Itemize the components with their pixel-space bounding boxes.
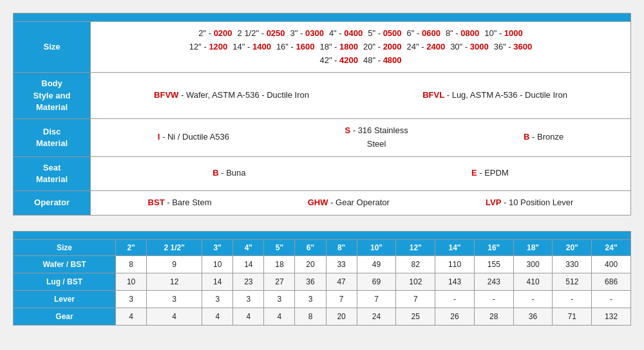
shipping-cell-3-7: 24 [357, 308, 396, 325]
size-item: 20" - 2000 [363, 41, 402, 54]
shipping-cell-3-13: 132 [592, 308, 631, 325]
butterfly-option-table: Size 2" - 0200 2 1/2" - 0250 3" - 0300 4… [13, 13, 631, 216]
shipping-cell-0-8: 82 [396, 255, 435, 273]
shipping-row-label-0: Wafer / BST [14, 255, 116, 273]
shipping-cell-1-8: 102 [396, 273, 435, 290]
shipping-cell-0-10: 155 [474, 255, 513, 273]
shipping-cell-1-10: 243 [474, 273, 513, 290]
shipping-cell-1-13: 686 [592, 273, 631, 290]
size-content: 2" - 0200 2 1/2" - 0250 3" - 0300 4" - 0… [91, 22, 631, 73]
shipping-cell-0-1: 9 [147, 255, 202, 273]
col-header-16in: 16" [474, 239, 513, 255]
shipping-cell-2-6: 7 [326, 290, 357, 308]
shipping-cell-2-2: 3 [202, 290, 233, 308]
operator-option-1: BST - Bare Stem [148, 196, 212, 210]
disc-option-3: B - Bronze [524, 131, 564, 144]
shipping-cell-2-4: 3 [264, 290, 295, 308]
size-label: Size [14, 22, 91, 73]
disc-option-2: S - 316 StainlessSteel [345, 124, 408, 151]
shipping-row-3: Gear44444820242526283671132 [14, 308, 631, 325]
col-header-2in: 2" [116, 239, 147, 255]
shipping-cell-2-1: 3 [147, 290, 202, 308]
col-header-20in: 20" [553, 239, 592, 255]
shipping-cell-2-7: 7 [357, 290, 396, 308]
seat-option-2: E - EPDM [471, 167, 509, 180]
size-item: 42" - 4200 [319, 54, 358, 68]
col-header-18in: 18" [513, 239, 553, 255]
operator-row: Operator BST - Bare Stem GHW - Gear Oper… [14, 190, 631, 215]
size-item: 18" - 1800 [319, 41, 358, 54]
col-header-size: Size [14, 239, 116, 255]
disc-material-label: DiscMaterial [14, 118, 91, 156]
body-style-content: BFVW - Wafer, ASTM A-536 - Ductile Iron … [91, 73, 631, 119]
body-style-row: BodyStyle andMaterial BFVW - Wafer, ASTM… [14, 73, 631, 119]
operator-content: BST - Bare Stem GHW - Gear Operator LVP … [91, 190, 631, 215]
shipping-cell-0-11: 300 [513, 255, 553, 273]
shipping-cell-2-11: - [513, 290, 553, 308]
shipping-cell-3-2: 4 [202, 308, 233, 325]
shipping-cell-3-5: 8 [295, 308, 326, 325]
shipping-cell-1-4: 27 [264, 273, 295, 290]
col-header-4in: 4" [233, 239, 264, 255]
size-item: 8" - 0800 [446, 27, 479, 41]
body-style-label: BodyStyle andMaterial [14, 73, 91, 119]
shipping-cell-1-9: 143 [435, 273, 475, 290]
shipping-row-label-3: Gear [14, 308, 116, 325]
shipping-cell-0-13: 400 [592, 255, 631, 273]
body-style-option-1: BFVW - Wafer, ASTM A-536 - Ductile Iron [154, 89, 309, 102]
operator-option-3: LVP - 10 Position Lever [486, 196, 573, 210]
shipping-cell-2-3: 3 [233, 290, 264, 308]
shipping-cell-3-0: 4 [116, 308, 147, 325]
page-wrapper: Size 2" - 0200 2 1/2" - 0250 3" - 0300 4… [13, 13, 631, 326]
shipping-cell-1-0: 10 [116, 273, 147, 290]
col-header-14in: 14" [435, 239, 475, 255]
shipping-cell-2-9: - [435, 290, 475, 308]
shipping-cell-3-3: 4 [233, 308, 264, 325]
size-item: 48" - 4800 [363, 54, 402, 68]
size-item: 2 1/2" - 0250 [238, 27, 285, 41]
shipping-cell-1-7: 69 [357, 273, 396, 290]
shipping-cell-3-1: 4 [147, 308, 202, 325]
shipping-cell-0-7: 49 [357, 255, 396, 273]
seat-option-1: B - Buna [213, 167, 245, 180]
shipping-cell-3-4: 4 [264, 308, 295, 325]
shipping-weights-table: Size 2" 2 1/2" 3" 4" 5" 6" 8" 10" 12" 14… [13, 231, 631, 326]
disc-material-content: I - Ni / Ductile A536 S - 316 StainlessS… [91, 118, 631, 156]
size-item: 2" - 0200 [198, 27, 232, 41]
seat-material-row: SeatMaterial B - Buna E - EPDM [14, 156, 631, 190]
shipping-cell-1-6: 47 [326, 273, 357, 290]
shipping-cell-3-8: 25 [396, 308, 435, 325]
disc-material-row: DiscMaterial I - Ni / Ductile A536 S - 3… [14, 118, 631, 156]
shipping-cell-3-12: 71 [553, 308, 592, 325]
size-item: 5" - 0500 [368, 27, 401, 41]
shipping-cell-1-2: 14 [202, 273, 233, 290]
shipping-row-label-1: Lug / BST [14, 273, 116, 290]
col-header-5in: 5" [264, 239, 295, 255]
shipping-cell-1-11: 410 [513, 273, 553, 290]
size-item: 16" - 1600 [276, 41, 315, 54]
size-item: 12" - 1200 [189, 41, 228, 54]
size-item: 6" - 0600 [407, 27, 440, 41]
col-header-10in: 10" [357, 239, 396, 255]
butterfly-table-title [14, 14, 631, 22]
shipping-cell-1-5: 36 [295, 273, 326, 290]
disc-option-1: I - Ni / Ductile A536 [158, 131, 229, 144]
shipping-col-headers: Size 2" 2 1/2" 3" 4" 5" 6" 8" 10" 12" 14… [14, 239, 631, 255]
shipping-cell-3-6: 20 [326, 308, 357, 325]
size-item: 10" - 1000 [484, 27, 523, 41]
shipping-cell-0-4: 18 [264, 255, 295, 273]
shipping-cell-1-3: 23 [233, 273, 264, 290]
col-header-6in: 6" [295, 239, 326, 255]
col-header-2half: 2 1/2" [147, 239, 202, 255]
shipping-cell-1-1: 12 [147, 273, 202, 290]
shipping-cell-3-10: 28 [474, 308, 513, 325]
size-item: 3" - 0300 [290, 27, 324, 41]
shipping-cell-1-12: 512 [553, 273, 592, 290]
shipping-cell-3-9: 26 [435, 308, 475, 325]
shipping-cell-0-5: 20 [295, 255, 326, 273]
operator-label: Operator [14, 190, 91, 215]
shipping-cell-0-9: 110 [435, 255, 475, 273]
size-item: 14" - 1400 [232, 41, 271, 54]
shipping-cell-0-12: 330 [553, 255, 592, 273]
size-row: Size 2" - 0200 2 1/2" - 0250 3" - 0300 4… [14, 22, 631, 73]
